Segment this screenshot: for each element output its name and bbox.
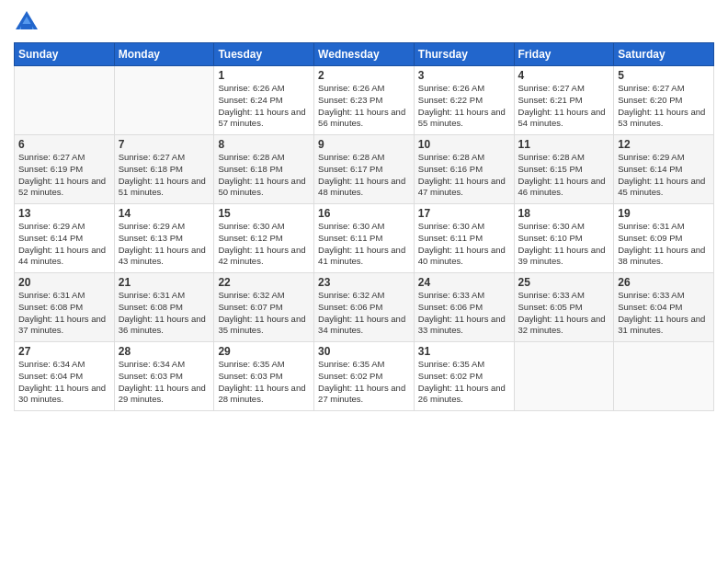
day-info: Sunrise: 6:34 AM Sunset: 6:03 PM Dayligh…: [119, 359, 210, 406]
calendar-cell: 14Sunrise: 6:29 AM Sunset: 6:13 PM Dayli…: [114, 204, 214, 273]
calendar-cell: 24Sunrise: 6:33 AM Sunset: 6:06 PM Dayli…: [414, 273, 514, 342]
day-info: Sunrise: 6:27 AM Sunset: 6:19 PM Dayligh…: [18, 152, 110, 199]
calendar-cell: 10Sunrise: 6:28 AM Sunset: 6:16 PM Dayli…: [414, 135, 514, 204]
calendar-week-5: 27Sunrise: 6:34 AM Sunset: 6:04 PM Dayli…: [15, 342, 714, 411]
calendar-header-thursday: Thursday: [414, 43, 514, 66]
day-number: 8: [218, 138, 310, 151]
day-number: 2: [318, 69, 410, 82]
day-number: 16: [318, 207, 410, 220]
day-info: Sunrise: 6:32 AM Sunset: 6:06 PM Dayligh…: [318, 290, 410, 337]
calendar-header-sunday: Sunday: [15, 43, 115, 66]
day-number: 3: [418, 69, 510, 82]
day-number: 9: [318, 138, 410, 151]
day-number: 10: [418, 138, 510, 151]
day-number: 22: [218, 276, 310, 289]
calendar: SundayMondayTuesdayWednesdayThursdayFrid…: [14, 42, 714, 411]
day-number: 27: [18, 345, 110, 358]
day-info: Sunrise: 6:27 AM Sunset: 6:18 PM Dayligh…: [119, 152, 210, 199]
day-info: Sunrise: 6:28 AM Sunset: 6:17 PM Dayligh…: [318, 152, 410, 199]
day-info: Sunrise: 6:30 AM Sunset: 6:12 PM Dayligh…: [218, 221, 310, 268]
calendar-cell: 5Sunrise: 6:27 AM Sunset: 6:20 PM Daylig…: [614, 66, 714, 135]
calendar-cell: 4Sunrise: 6:27 AM Sunset: 6:21 PM Daylig…: [514, 66, 614, 135]
day-number: 14: [119, 207, 210, 220]
day-info: Sunrise: 6:31 AM Sunset: 6:08 PM Dayligh…: [18, 290, 110, 337]
day-number: 7: [119, 138, 210, 151]
calendar-header-tuesday: Tuesday: [214, 43, 314, 66]
day-number: 23: [318, 276, 410, 289]
calendar-cell: 28Sunrise: 6:34 AM Sunset: 6:03 PM Dayli…: [114, 342, 214, 411]
day-number: 25: [518, 276, 610, 289]
calendar-cell: 6Sunrise: 6:27 AM Sunset: 6:19 PM Daylig…: [15, 135, 115, 204]
page: SundayMondayTuesdayWednesdayThursdayFrid…: [0, 0, 728, 563]
calendar-cell: 22Sunrise: 6:32 AM Sunset: 6:07 PM Dayli…: [214, 273, 314, 342]
calendar-header-saturday: Saturday: [614, 43, 714, 66]
day-number: 26: [618, 276, 710, 289]
day-info: Sunrise: 6:30 AM Sunset: 6:10 PM Dayligh…: [518, 221, 610, 268]
day-info: Sunrise: 6:30 AM Sunset: 6:11 PM Dayligh…: [418, 221, 510, 268]
calendar-cell: 2Sunrise: 6:26 AM Sunset: 6:23 PM Daylig…: [314, 66, 415, 135]
calendar-cell: 20Sunrise: 6:31 AM Sunset: 6:08 PM Dayli…: [15, 273, 115, 342]
day-number: 28: [119, 345, 210, 358]
day-info: Sunrise: 6:27 AM Sunset: 6:20 PM Dayligh…: [618, 83, 710, 130]
calendar-cell: 15Sunrise: 6:30 AM Sunset: 6:12 PM Dayli…: [214, 204, 314, 273]
logo: [14, 9, 43, 35]
day-info: Sunrise: 6:33 AM Sunset: 6:04 PM Dayligh…: [618, 290, 710, 337]
day-info: Sunrise: 6:33 AM Sunset: 6:06 PM Dayligh…: [418, 290, 510, 337]
day-info: Sunrise: 6:29 AM Sunset: 6:13 PM Dayligh…: [119, 221, 210, 268]
calendar-week-3: 13Sunrise: 6:29 AM Sunset: 6:14 PM Dayli…: [15, 204, 714, 273]
calendar-cell: [614, 342, 714, 411]
calendar-cell: 9Sunrise: 6:28 AM Sunset: 6:17 PM Daylig…: [314, 135, 415, 204]
calendar-cell: 27Sunrise: 6:34 AM Sunset: 6:04 PM Dayli…: [15, 342, 115, 411]
day-info: Sunrise: 6:26 AM Sunset: 6:23 PM Dayligh…: [318, 83, 410, 130]
day-info: Sunrise: 6:35 AM Sunset: 6:02 PM Dayligh…: [318, 359, 410, 406]
calendar-cell: [15, 66, 115, 135]
day-info: Sunrise: 6:34 AM Sunset: 6:04 PM Dayligh…: [18, 359, 110, 406]
calendar-header-row: SundayMondayTuesdayWednesdayThursdayFrid…: [15, 43, 714, 66]
day-number: 15: [218, 207, 310, 220]
day-number: 20: [18, 276, 110, 289]
calendar-cell: 16Sunrise: 6:30 AM Sunset: 6:11 PM Dayli…: [314, 204, 415, 273]
calendar-cell: 13Sunrise: 6:29 AM Sunset: 6:14 PM Dayli…: [15, 204, 115, 273]
day-info: Sunrise: 6:33 AM Sunset: 6:05 PM Dayligh…: [518, 290, 610, 337]
day-number: 19: [618, 207, 710, 220]
day-number: 5: [618, 69, 710, 82]
day-number: 24: [418, 276, 510, 289]
day-number: 6: [18, 138, 110, 151]
calendar-cell: 8Sunrise: 6:28 AM Sunset: 6:18 PM Daylig…: [214, 135, 314, 204]
day-number: 17: [418, 207, 510, 220]
calendar-cell: [114, 66, 214, 135]
day-info: Sunrise: 6:27 AM Sunset: 6:21 PM Dayligh…: [518, 83, 610, 130]
logo-icon: [14, 9, 40, 35]
day-number: 21: [119, 276, 210, 289]
day-info: Sunrise: 6:28 AM Sunset: 6:16 PM Dayligh…: [418, 152, 510, 199]
header: [14, 9, 714, 35]
calendar-header-wednesday: Wednesday: [314, 43, 415, 66]
calendar-cell: 26Sunrise: 6:33 AM Sunset: 6:04 PM Dayli…: [614, 273, 714, 342]
calendar-cell: 7Sunrise: 6:27 AM Sunset: 6:18 PM Daylig…: [114, 135, 214, 204]
day-info: Sunrise: 6:26 AM Sunset: 6:24 PM Dayligh…: [218, 83, 310, 130]
day-info: Sunrise: 6:28 AM Sunset: 6:18 PM Dayligh…: [218, 152, 310, 199]
day-number: 31: [418, 345, 510, 358]
calendar-cell: 29Sunrise: 6:35 AM Sunset: 6:03 PM Dayli…: [214, 342, 314, 411]
day-info: Sunrise: 6:28 AM Sunset: 6:15 PM Dayligh…: [518, 152, 610, 199]
calendar-week-2: 6Sunrise: 6:27 AM Sunset: 6:19 PM Daylig…: [15, 135, 714, 204]
calendar-cell: 31Sunrise: 6:35 AM Sunset: 6:02 PM Dayli…: [414, 342, 514, 411]
day-number: 11: [518, 138, 610, 151]
calendar-cell: 19Sunrise: 6:31 AM Sunset: 6:09 PM Dayli…: [614, 204, 714, 273]
day-info: Sunrise: 6:35 AM Sunset: 6:02 PM Dayligh…: [418, 359, 510, 406]
calendar-week-1: 1Sunrise: 6:26 AM Sunset: 6:24 PM Daylig…: [15, 66, 714, 135]
day-number: 12: [618, 138, 710, 151]
day-info: Sunrise: 6:31 AM Sunset: 6:08 PM Dayligh…: [119, 290, 210, 337]
day-info: Sunrise: 6:30 AM Sunset: 6:11 PM Dayligh…: [318, 221, 410, 268]
calendar-cell: 17Sunrise: 6:30 AM Sunset: 6:11 PM Dayli…: [414, 204, 514, 273]
calendar-cell: 18Sunrise: 6:30 AM Sunset: 6:10 PM Dayli…: [514, 204, 614, 273]
calendar-header-friday: Friday: [514, 43, 614, 66]
calendar-cell: 21Sunrise: 6:31 AM Sunset: 6:08 PM Dayli…: [114, 273, 214, 342]
day-info: Sunrise: 6:26 AM Sunset: 6:22 PM Dayligh…: [418, 83, 510, 130]
day-info: Sunrise: 6:29 AM Sunset: 6:14 PM Dayligh…: [618, 152, 710, 199]
day-number: 30: [318, 345, 410, 358]
calendar-week-4: 20Sunrise: 6:31 AM Sunset: 6:08 PM Dayli…: [15, 273, 714, 342]
day-info: Sunrise: 6:31 AM Sunset: 6:09 PM Dayligh…: [618, 221, 710, 268]
calendar-cell: 30Sunrise: 6:35 AM Sunset: 6:02 PM Dayli…: [314, 342, 415, 411]
calendar-cell: 12Sunrise: 6:29 AM Sunset: 6:14 PM Dayli…: [614, 135, 714, 204]
